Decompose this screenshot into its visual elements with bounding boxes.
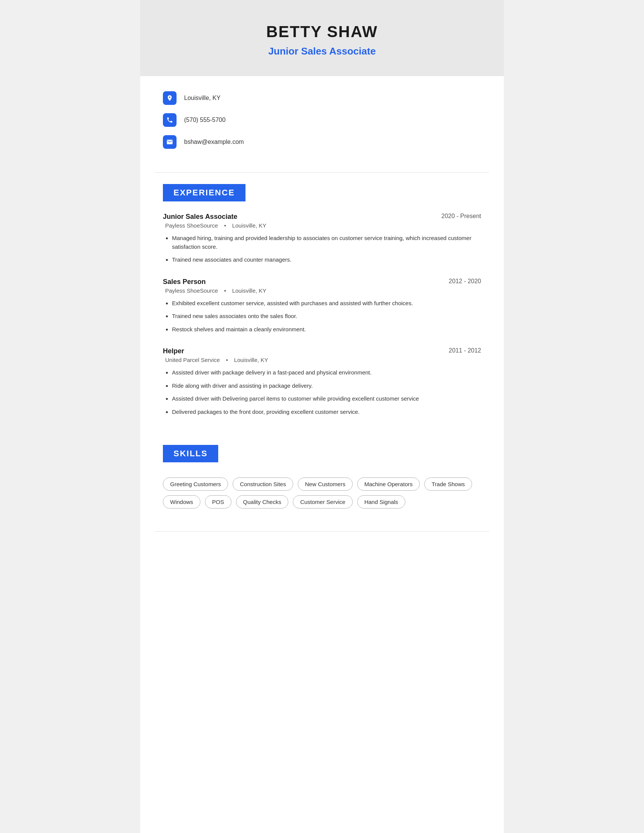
skill-tag-5: Windows [163,495,200,508]
job-company-1: Payless ShoeSource • Louisville, KY [163,222,481,229]
email-icon [163,135,177,149]
job-company-3: United Parcel Service • Louisville, KY [163,357,481,363]
skill-tag-3: Machine Operators [357,478,420,491]
job-header-1: Junior Sales Associate 2020 - Present [163,213,481,221]
contact-divider [155,172,489,173]
job-bullets-2: Exhibited excellent customer service, as… [163,299,481,334]
bullet-1-1: Trained new associates and counter manag… [172,256,481,264]
bullet-2-2: Restock shelves and maintain a cleanly e… [172,325,481,334]
email-text: bshaw@example.com [184,138,244,145]
job-entry-2: Sales Person 2012 - 2020 Payless ShoeSou… [163,278,481,334]
bullet-1-0: Managed hiring, training and provided le… [172,234,481,251]
skill-tag-1: Construction Sites [233,478,293,491]
bullet-3-3: Delivered packages to the front door, pr… [172,408,481,416]
phone-icon [163,113,177,127]
job-title-1: Junior Sales Associate [163,213,237,221]
skills-tags: Greeting CustomersConstruction SitesNew … [163,478,481,508]
resume-container: BETTY SHAW Junior Sales Associate Louisv… [140,0,504,833]
skills-section: SKILLS Greeting CustomersConstruction Si… [140,445,504,531]
job-header-2: Sales Person 2012 - 2020 [163,278,481,286]
header-section: BETTY SHAW Junior Sales Associate [140,0,504,76]
bottom-divider [155,531,489,532]
job-title-3: Helper [163,347,184,355]
skill-tag-6: POS [205,495,232,508]
location-text: Louisville, KY [184,95,221,101]
skill-tag-2: New Customers [298,478,353,491]
skill-tag-9: Hand Signals [357,495,405,508]
candidate-name: BETTY SHAW [155,23,489,41]
phone-text: (570) 555-5700 [184,117,225,124]
email-item: bshaw@example.com [163,135,481,149]
bullet-2-0: Exhibited excellent customer service, as… [172,299,481,308]
job-title-2: Sales Person [163,278,206,286]
bullet-3-0: Assisted driver with package delivery in… [172,368,481,377]
job-bullets-1: Managed hiring, training and provided le… [163,234,481,264]
skill-tag-8: Customer Service [293,495,352,508]
job-dates-3: 2011 - 2012 [449,347,481,354]
job-entry-1: Junior Sales Associate 2020 - Present Pa… [163,213,481,264]
skill-tag-4: Trade Shows [424,478,472,491]
job-entry-3: Helper 2011 - 2012 United Parcel Service… [163,347,481,416]
bullet-3-1: Ride along with driver and assisting in … [172,382,481,391]
job-company-2: Payless ShoeSource • Louisville, KY [163,287,481,294]
experience-section: EXPERIENCE Junior Sales Associate 2020 -… [140,184,504,445]
job-header-3: Helper 2011 - 2012 [163,347,481,355]
skill-tag-7: Quality Checks [236,495,289,508]
job-bullets-3: Assisted driver with package delivery in… [163,368,481,416]
location-item: Louisville, KY [163,91,481,105]
phone-item: (570) 555-5700 [163,113,481,127]
skill-tag-0: Greeting Customers [163,478,228,491]
contact-section: Louisville, KY (570) 555-5700 bshaw@exam… [140,76,504,169]
candidate-title: Junior Sales Associate [155,45,489,57]
bullet-3-2: Assisted driver with Delivering parcel i… [172,394,481,403]
job-dates-2: 2012 - 2020 [449,278,481,285]
skills-header: SKILLS [163,445,218,462]
experience-header: EXPERIENCE [163,184,245,201]
bullet-2-1: Trained new sales associates onto the sa… [172,312,481,321]
job-dates-1: 2020 - Present [441,213,481,220]
location-icon [163,91,177,105]
